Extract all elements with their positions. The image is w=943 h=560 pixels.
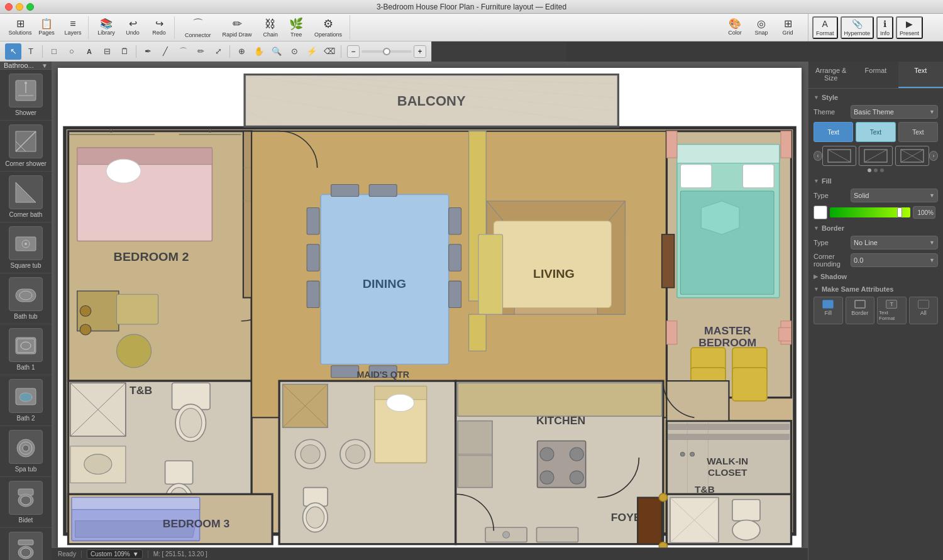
tree-button[interactable]: 🌿 Tree: [284, 16, 308, 39]
undo-icon: ↩: [129, 19, 137, 29]
arc-tool[interactable]: ⌒: [175, 43, 191, 60]
tab-arrange-size[interactable]: Arrange & Size: [808, 62, 853, 88]
present-button[interactable]: ▶ Present: [896, 16, 923, 39]
border-type-select[interactable]: No Line ▼: [851, 236, 938, 250]
style-btn-dark[interactable]: Text: [898, 122, 938, 142]
snap-tool[interactable]: ⊙: [286, 43, 302, 60]
zoom-out-button[interactable]: −: [347, 45, 360, 58]
crop-tool[interactable]: ⤢: [210, 43, 226, 60]
color-button[interactable]: 🎨 Color: [722, 16, 747, 39]
attr-all-button[interactable]: All: [909, 297, 939, 324]
zoom-slider[interactable]: [361, 50, 412, 53]
fill-opacity-input[interactable]: 100%: [913, 206, 935, 219]
grid-label: Grid: [782, 30, 793, 36]
style-btn-outline1[interactable]: [822, 146, 856, 166]
fill-color-swatch[interactable]: [813, 206, 827, 219]
sidebar-item-square-tub[interactable]: Square tub: [0, 222, 52, 273]
library-button[interactable]: 📚 Library: [94, 16, 119, 39]
svg-text:BEDROOM 2: BEDROOM 2: [114, 250, 189, 264]
tab-text[interactable]: Text: [898, 62, 943, 88]
ellipse-tool[interactable]: ○: [63, 43, 80, 60]
corner-shower-label: Corner shower: [5, 160, 47, 167]
text-box-tool[interactable]: A: [81, 43, 97, 60]
text-tool[interactable]: T: [23, 43, 39, 60]
coordinates-text: M: [ 251.51, 13.20 ]: [153, 551, 207, 557]
svg-rect-77: [331, 184, 359, 196]
style-prev-icon[interactable]: ‹: [813, 151, 822, 161]
sticky-tool[interactable]: 🗒: [116, 43, 133, 60]
corner-rounding-input[interactable]: 0.0 ▼: [851, 253, 938, 267]
info-label: Info: [880, 30, 890, 36]
svg-point-143: [540, 471, 554, 484]
operations-button[interactable]: ⚙ Operations: [309, 16, 347, 39]
redo-icon: ↪: [155, 19, 163, 29]
zoom-display[interactable]: Custom 109% ▼: [87, 549, 143, 559]
rectangle-tool[interactable]: □: [46, 43, 62, 60]
snap-button[interactable]: ◎ Snap: [749, 16, 774, 39]
connector-button[interactable]: ⌒ Connector: [180, 15, 216, 40]
chain-button[interactable]: ⛓ Chain: [258, 16, 284, 39]
style-btn-outline2[interactable]: [859, 146, 893, 166]
sidebar-item-bidet[interactable]: Bidet: [0, 477, 52, 528]
pencil-tool[interactable]: ✏: [192, 43, 209, 60]
svg-rect-157: [72, 498, 200, 510]
sidebar-item-wall-toilet[interactable]: Wall toilet: [0, 528, 52, 560]
style-arrow-icon: ▼: [813, 94, 819, 101]
pages-button[interactable]: 📋 Pages: [34, 16, 59, 39]
sidebar-item-bath1[interactable]: Bath 1: [0, 324, 52, 375]
sidebar-item-corner-bath[interactable]: Corner bath: [0, 172, 52, 222]
solutions-button[interactable]: ⊞ Solutions: [8, 16, 33, 39]
zoom-mode-tool[interactable]: 🔍: [268, 43, 285, 60]
hypernote-button[interactable]: 📎 Hypernote: [841, 16, 874, 39]
svg-text:BALCONY: BALCONY: [397, 94, 466, 109]
sidebar-item-shower[interactable]: Shower: [0, 70, 52, 121]
shadow-section-title: ▶ Shadow: [813, 273, 938, 280]
border-attr-icon: [854, 300, 866, 309]
redo-button[interactable]: ↪ Redo: [146, 16, 172, 39]
eraser-tool[interactable]: ⌫: [321, 43, 338, 60]
attr-text-format-button[interactable]: T Text Format: [877, 297, 907, 324]
sidebar-item-spa-tub[interactable]: Spa tub: [0, 426, 52, 477]
style-btn-outline3[interactable]: [895, 146, 929, 166]
sidebar-item-bath-tub[interactable]: Bath tub: [0, 273, 52, 324]
chain-label: Chain: [263, 31, 278, 38]
undo-button[interactable]: ↩ Undo: [120, 16, 145, 39]
fill-gradient-slider[interactable]: [830, 207, 910, 217]
svg-point-19: [23, 445, 29, 451]
zoom-in-tool[interactable]: ⊕: [233, 43, 250, 60]
pages-icon: 📋: [40, 19, 53, 29]
layers-label: Layers: [64, 30, 81, 36]
attr-border-button[interactable]: Border: [846, 297, 875, 324]
close-button[interactable]: [5, 3, 13, 11]
sidebar-item-corner-shower[interactable]: Corner shower: [0, 121, 52, 172]
info-button[interactable]: ℹ Info: [876, 16, 893, 39]
theme-select[interactable]: Basic Theme ▼: [851, 105, 938, 119]
maximize-button[interactable]: [26, 3, 34, 11]
tab-format[interactable]: Format: [853, 62, 898, 88]
theme-row: Theme Basic Theme ▼: [813, 105, 938, 119]
grid-button[interactable]: ⊞ Grid: [775, 16, 800, 39]
minimize-button[interactable]: [16, 3, 23, 11]
pen-tool[interactable]: ✒: [140, 43, 156, 60]
table-tool[interactable]: ⊟: [99, 43, 115, 60]
laser-tool[interactable]: ⚡: [304, 43, 320, 60]
sidebar-header[interactable]: Bathroo... ▼: [0, 62, 52, 70]
svg-point-141: [540, 447, 554, 461]
cursor-tool[interactable]: ↖: [5, 43, 21, 60]
line-tool[interactable]: ╱: [157, 43, 174, 60]
rapid-draw-button[interactable]: ✏ Rapid Draw: [218, 16, 257, 39]
fill-type-select[interactable]: Solid ▼: [851, 189, 938, 202]
svg-text:8: 8: [109, 127, 113, 134]
style-btn-light-teal[interactable]: Text: [856, 122, 895, 142]
style-btn-teal[interactable]: Text: [813, 122, 853, 142]
layers-button[interactable]: ≡ Layers: [60, 16, 85, 39]
canvas-area[interactable]: BALCONY BEDROOM 2: [52, 62, 808, 560]
style-next-icon[interactable]: ›: [929, 151, 938, 161]
floor-plan-canvas[interactable]: BALCONY BEDROOM 2: [58, 68, 802, 547]
sidebar-item-bath2[interactable]: Bath 2: [0, 375, 52, 426]
zoom-in-button[interactable]: +: [414, 45, 426, 58]
attr-fill-button[interactable]: Fill: [813, 297, 843, 324]
fill-color-row: 100%: [813, 206, 938, 219]
format-button[interactable]: A Format: [812, 16, 838, 39]
pan-tool[interactable]: ✋: [251, 43, 267, 60]
